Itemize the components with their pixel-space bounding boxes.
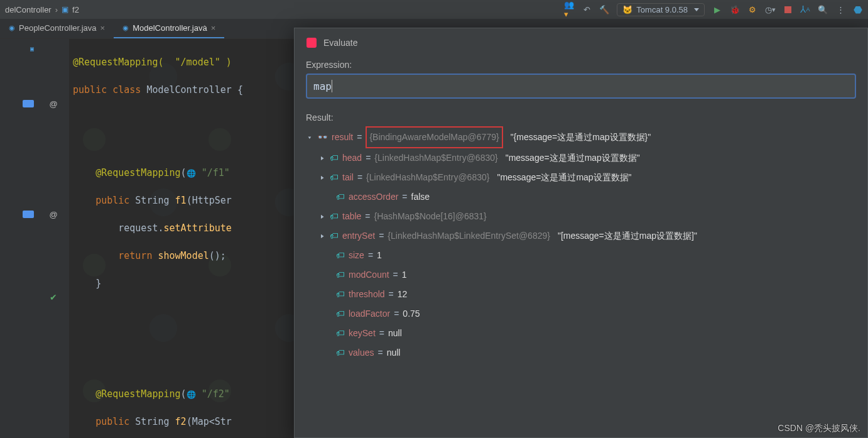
field-icon: 🏷: [336, 343, 345, 363]
debug-icon[interactable]: 🐞: [730, 4, 740, 14]
tree-row-tail[interactable]: 🏷 tail = {LinkedHashMap$Entry@6830} "mes…: [318, 168, 856, 187]
evaluate-dialog: Evaluate Expression: map Result: 👓 resul…: [294, 28, 868, 438]
field-icon: 🏷: [336, 324, 345, 343]
breadcrumb-item[interactable]: f2: [72, 5, 79, 14]
tab-model-controller[interactable]: ◉ ModelController.java × •: [114, 19, 224, 38]
tree-row-accessorder[interactable]: 🏷 accessOrder = false: [336, 187, 856, 207]
tree-row-loadfactor[interactable]: 🏷 loadFactor = 0.75: [336, 304, 856, 324]
expression-label: Expression:: [306, 60, 856, 70]
at-marker[interactable]: @: [49, 210, 57, 219]
highlighted-objref: {BindingAwareModelMap@6779}: [366, 126, 502, 148]
field-icon: 🏷: [330, 226, 339, 246]
tree-row-size[interactable]: 🏷 size = 1: [336, 246, 856, 265]
top-bar: delController › ▣ f2 👥▾ ↶ 🔨 🐱 Tomcat 9.0…: [0, 0, 868, 19]
gutter: ▣: [0, 39, 38, 438]
tab-label: PeopleController.java: [19, 23, 97, 33]
field-icon: 🏷: [336, 187, 345, 207]
close-icon[interactable]: ×: [211, 23, 216, 33]
field-icon: 🏷: [330, 168, 339, 187]
field-icon: 🏷: [336, 246, 345, 265]
run-icon[interactable]: ▶: [712, 4, 722, 14]
tree-row-entryset[interactable]: 🏷 entrySet = {LinkedHashMap$LinkedEntryS…: [318, 226, 856, 246]
breadcrumb-item[interactable]: delController: [5, 5, 52, 14]
dialog-title: Evaluate: [323, 38, 357, 48]
mapping-icon[interactable]: [23, 100, 34, 107]
watermark: CSDN @秃头披风侠.: [778, 423, 860, 434]
at-marker[interactable]: @: [49, 99, 57, 109]
undo-icon[interactable]: ↶: [582, 4, 592, 14]
result-label: Result:: [306, 112, 856, 123]
profile-icon[interactable]: ◷▾: [765, 4, 775, 14]
java-class-icon: ◉: [122, 24, 129, 32]
close-icon[interactable]: ×: [100, 23, 106, 33]
field-icon: 🏷: [330, 207, 339, 226]
search-icon[interactable]: 🔍: [818, 4, 828, 14]
svg-rect-3: [308, 45, 312, 47]
svg-rect-2: [310, 39, 313, 41]
method-icon: ▣: [62, 5, 68, 14]
tomcat-icon: 🐱: [622, 5, 632, 14]
chevron-down-icon[interactable]: [306, 128, 313, 147]
hammer-icon[interactable]: 🔨: [599, 4, 609, 14]
java-class-icon: ◉: [9, 24, 15, 32]
toolbar: 👥▾ ↶ 🔨 🐱 Tomcat 9.0.58 ▶ 🐞 ⚙ ◷▾ ⅄A 🔍 ⋮ ⬣: [564, 3, 863, 16]
tree-row-keyset[interactable]: 🏷 keySet = null: [336, 324, 856, 343]
more-icon[interactable]: ⋮: [835, 4, 845, 14]
stop-icon[interactable]: [783, 4, 793, 14]
intellij-icon: [306, 37, 317, 48]
breadcrumb-separator: ›: [55, 5, 58, 14]
expression-input[interactable]: map: [306, 74, 856, 99]
expression-value: map: [313, 80, 332, 92]
tree-row-result[interactable]: 👓 result = {BindingAwareModelMap@6779} "…: [306, 126, 856, 148]
field-icon: 🏷: [336, 285, 345, 304]
gutter-markers: @ @ ✔: [38, 39, 69, 438]
tree-row-modcount[interactable]: 🏷 modCount = 1: [336, 265, 856, 285]
chevron-right-icon[interactable]: [318, 207, 326, 226]
globe-icon: 🌐: [187, 169, 196, 178]
watch-icon: 👓: [317, 128, 328, 147]
octo-icon[interactable]: ⬣: [853, 4, 863, 14]
tree-row-values[interactable]: 🏷 values = null: [336, 343, 856, 363]
breadcrumb: delController › ▣ f2: [5, 5, 79, 14]
tree-row-table[interactable]: 🏷 table = {HashMap$Node[16]@6831}: [318, 207, 856, 226]
chevron-right-icon[interactable]: [318, 148, 326, 168]
coverage-icon[interactable]: ⚙: [747, 4, 757, 14]
tree-row-threshold[interactable]: 🏷 threshold = 12: [336, 285, 856, 304]
field-icon: 🏷: [336, 304, 345, 324]
run-configuration-selector[interactable]: 🐱 Tomcat 9.0.58: [617, 3, 705, 16]
run-config-label: Tomcat 9.0.58: [636, 5, 688, 14]
mapping-icon[interactable]: [23, 211, 34, 218]
result-tree[interactable]: 👓 result = {BindingAwareModelMap@6779} "…: [306, 126, 856, 363]
field-icon: 🏷: [336, 265, 345, 285]
chevron-down-icon: [694, 8, 699, 11]
tab-people-controller[interactable]: ◉ PeopleController.java ×: [0, 19, 114, 38]
tab-label: ModelController.java: [133, 23, 207, 33]
chevron-right-icon[interactable]: [318, 226, 326, 246]
svg-rect-1: [308, 39, 310, 41]
users-icon[interactable]: 👥▾: [564, 4, 574, 14]
globe-icon: 🌐: [187, 390, 196, 399]
check-icon[interactable]: ✔: [50, 292, 57, 302]
tree-row-head[interactable]: 🏷 head = {LinkedHashMap$Entry@6830} "mes…: [318, 148, 856, 168]
translate-icon[interactable]: ⅄A: [800, 4, 810, 14]
pin-icon: •: [203, 23, 205, 30]
chevron-right-icon[interactable]: [318, 168, 326, 187]
code-line[interactable]: @RequestMapping( "/model" ): [73, 57, 232, 68]
field-icon: 🏷: [330, 148, 339, 168]
